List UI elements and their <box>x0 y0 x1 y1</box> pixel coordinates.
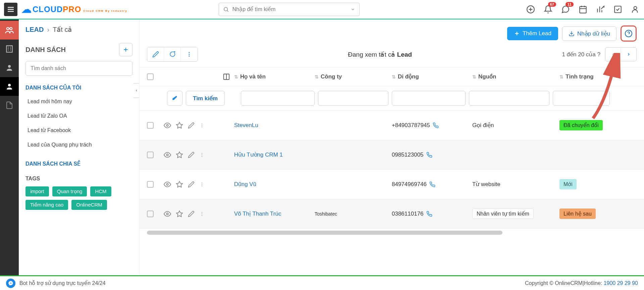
eye-icon[interactable] <box>164 122 171 129</box>
more-icon[interactable] <box>199 122 205 129</box>
svg-point-42 <box>202 125 203 126</box>
svg-point-18 <box>7 27 9 30</box>
hamburger-menu[interactable] <box>4 3 17 16</box>
global-search[interactable] <box>219 3 360 16</box>
help-button[interactable] <box>621 25 637 42</box>
filter-source-input[interactable] <box>469 91 549 106</box>
list-item[interactable]: Lead từ Facebook <box>25 123 132 137</box>
messenger-icon[interactable] <box>6 279 15 288</box>
edit-tool-button[interactable] <box>147 47 164 61</box>
tag-chip[interactable]: HCM <box>90 186 111 196</box>
task-icon[interactable] <box>613 5 623 14</box>
more-icon[interactable] <box>199 152 205 158</box>
search-icon <box>223 6 229 12</box>
lead-name-link[interactable]: Võ Thị Thanh Trúc <box>234 211 281 217</box>
tag-chip[interactable]: import <box>25 186 49 196</box>
column-company[interactable]: ⇅Công ty <box>315 73 392 80</box>
pager-prev-button[interactable] <box>605 48 621 61</box>
logo[interactable]: ☁ CLOUDPRO Cloud CRM By Industry <box>21 3 127 15</box>
add-lead-button[interactable]: Thêm Lead <box>507 27 558 40</box>
eye-icon[interactable] <box>164 181 171 188</box>
filter-company-input[interactable] <box>318 91 388 106</box>
row-checkbox[interactable] <box>147 152 154 158</box>
star-icon[interactable] <box>176 181 183 188</box>
shared-lists-title[interactable]: DANH SÁCH CHIA SẺ <box>25 161 132 167</box>
tag-chip[interactable]: OnlineCRM <box>71 200 107 210</box>
pencil-icon[interactable] <box>188 181 195 188</box>
column-source[interactable]: ⇅Nguồn <box>472 73 559 80</box>
list-item[interactable]: Lead mới hôm nay <box>25 94 132 109</box>
column-mobile[interactable]: ⇅Di động <box>392 73 472 80</box>
add-icon[interactable] <box>526 5 535 14</box>
filter-status-input[interactable] <box>553 91 610 106</box>
list-item[interactable]: Lead của Quang phụ trách <box>25 137 132 152</box>
horizontal-scrollbar[interactable] <box>147 231 502 235</box>
svg-point-36 <box>189 56 190 57</box>
comment-tool-button[interactable] <box>164 47 181 61</box>
column-name[interactable]: ⇅Họ và tên <box>234 73 315 80</box>
mobile-text: 84974969746 <box>392 181 472 188</box>
stats-icon[interactable] <box>596 5 605 14</box>
svg-point-44 <box>166 154 168 156</box>
status-badge: Liên hệ sau <box>559 209 596 219</box>
row-checkbox[interactable] <box>147 181 154 188</box>
column-status[interactable]: ⇅Tình trạng <box>559 73 623 80</box>
user-icon[interactable] <box>631 5 640 14</box>
row-checkbox[interactable] <box>147 122 154 129</box>
layout-icon[interactable] <box>223 73 230 80</box>
star-icon[interactable] <box>176 151 183 159</box>
import-button[interactable]: Nhập dữ liệu <box>562 26 616 41</box>
clear-filters-button[interactable] <box>167 91 182 106</box>
filter-name-input[interactable] <box>241 91 315 106</box>
collapse-sidebar-button[interactable] <box>133 83 140 98</box>
company-text: Toshibatec <box>315 211 337 217</box>
calendar-icon[interactable] <box>578 5 588 14</box>
more-icon[interactable] <box>199 211 205 217</box>
global-search-input[interactable] <box>232 6 347 12</box>
star-icon[interactable] <box>176 122 183 129</box>
add-list-button[interactable]: + <box>119 43 132 56</box>
filter-search-button[interactable]: Tìm kiếm <box>186 91 225 106</box>
pager-next-button[interactable] <box>621 48 636 61</box>
tag-chip[interactable]: Quan trọng <box>52 186 87 196</box>
phone-icon[interactable] <box>429 181 435 187</box>
tags-title: TAGS <box>25 176 132 182</box>
filter-mobile-input[interactable] <box>392 91 466 106</box>
table-row: StevenLu+84903787945 Gọi điệnĐã chuyển đ… <box>140 111 644 140</box>
rail-item-building[interactable] <box>0 40 19 58</box>
svg-point-41 <box>202 123 203 124</box>
row-checkbox[interactable] <box>147 211 154 217</box>
phone-icon[interactable] <box>426 211 432 217</box>
lead-name-link[interactable]: Dũng Vũ <box>234 181 256 187</box>
eye-icon[interactable] <box>164 210 171 218</box>
chat-icon[interactable]: 11 <box>561 5 570 14</box>
list-item[interactable]: Lead từ Zalo OA <box>25 109 132 123</box>
tags-container: import Quan trọng HCM Tiềm năng cao Onli… <box>25 186 132 210</box>
tag-chip[interactable]: Tiềm năng cao <box>25 200 68 210</box>
bell-icon[interactable]: 67 <box>543 5 553 14</box>
table-row: Hữu Tường CRM 10985123005 <box>140 140 644 170</box>
rail-item-person[interactable] <box>0 58 19 77</box>
mobile-text: 0386110176 <box>392 211 472 217</box>
pencil-icon[interactable] <box>188 152 195 158</box>
rail-item-document[interactable] <box>0 96 19 115</box>
download-icon <box>569 31 575 37</box>
star-icon[interactable] <box>176 210 183 218</box>
rail-item-leads[interactable] <box>0 21 19 40</box>
rail-item-contact[interactable] <box>0 77 19 96</box>
pencil-icon[interactable] <box>188 122 195 129</box>
lead-name-link[interactable]: Hữu Tường CRM 1 <box>234 152 283 158</box>
select-all-checkbox[interactable] <box>147 73 154 80</box>
search-list-input[interactable] <box>25 61 132 76</box>
more-tool-button[interactable] <box>181 47 198 61</box>
phone-icon[interactable] <box>433 122 439 128</box>
phone-icon[interactable] <box>426 152 432 158</box>
more-icon[interactable] <box>199 181 205 188</box>
my-lists-title[interactable]: DANH SÁCH CỦA TÔI <box>25 84 132 91</box>
hotline-link[interactable]: 1900 29 29 90 <box>604 280 638 286</box>
breadcrumb-lead[interactable]: LEAD <box>25 26 44 34</box>
lead-name-link[interactable]: StevenLu <box>234 122 258 128</box>
pencil-icon[interactable] <box>188 211 195 217</box>
chevron-down-icon[interactable] <box>351 7 355 12</box>
eye-icon[interactable] <box>164 151 171 159</box>
